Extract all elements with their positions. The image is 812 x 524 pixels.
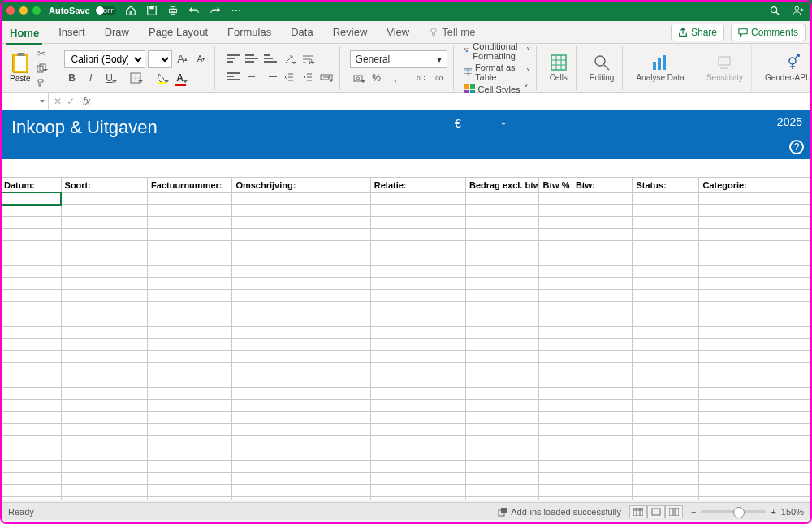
cell[interactable]: [633, 351, 699, 363]
cell[interactable]: [572, 351, 633, 363]
cell[interactable]: [232, 461, 370, 473]
cell[interactable]: [633, 424, 699, 436]
cell[interactable]: [633, 485, 699, 497]
cell[interactable]: [148, 266, 232, 278]
cell[interactable]: [572, 229, 633, 241]
cell[interactable]: [572, 314, 633, 327]
cell[interactable]: [699, 351, 812, 363]
cell[interactable]: [572, 290, 633, 302]
cell[interactable]: [61, 266, 148, 278]
cell[interactable]: [633, 473, 699, 485]
cut-icon[interactable]: ✂: [34, 47, 49, 60]
align-center-icon[interactable]: [244, 69, 260, 85]
cell[interactable]: [539, 327, 572, 339]
cell[interactable]: [370, 436, 465, 448]
cell[interactable]: [1, 375, 62, 388]
cell[interactable]: [633, 388, 699, 400]
cell[interactable]: [232, 388, 370, 400]
cell[interactable]: [232, 229, 370, 241]
cell[interactable]: [61, 436, 148, 448]
cell[interactable]: [572, 302, 633, 314]
tab-insert[interactable]: Insert: [55, 23, 89, 41]
cell[interactable]: [1, 424, 62, 436]
cell[interactable]: [633, 217, 699, 229]
cell[interactable]: [465, 253, 539, 266]
font-size-select[interactable]: 12: [148, 50, 172, 68]
cell[interactable]: [148, 241, 232, 253]
name-box[interactable]: [0, 93, 49, 110]
cell[interactable]: [539, 193, 572, 205]
cell[interactable]: [465, 193, 539, 205]
cell[interactable]: [539, 314, 572, 327]
cell[interactable]: [699, 339, 812, 351]
fill-color-button[interactable]: [153, 70, 170, 86]
cell[interactable]: [633, 241, 699, 253]
save-icon[interactable]: [145, 4, 158, 17]
tab-formulas[interactable]: Formulas: [224, 23, 274, 41]
cell[interactable]: [465, 412, 539, 424]
cell[interactable]: [1, 448, 62, 461]
cell[interactable]: [148, 497, 232, 501]
cell[interactable]: [148, 461, 232, 473]
cell[interactable]: [232, 473, 370, 485]
cell[interactable]: [370, 314, 465, 327]
cell[interactable]: [699, 424, 812, 436]
cell[interactable]: [370, 448, 465, 461]
cell[interactable]: [370, 375, 465, 388]
indent-icon[interactable]: [300, 69, 316, 85]
cell[interactable]: [232, 266, 370, 278]
cell[interactable]: [572, 327, 633, 339]
cell[interactable]: [232, 448, 370, 461]
column-header[interactable]: Soort:: [61, 178, 148, 193]
cell[interactable]: [1, 217, 62, 229]
cell[interactable]: [1, 351, 62, 363]
cell[interactable]: [148, 363, 232, 375]
cell[interactable]: [148, 339, 232, 351]
cell[interactable]: [1, 485, 62, 497]
cell[interactable]: [465, 461, 539, 473]
home-icon[interactable]: [124, 4, 137, 17]
cell[interactable]: [148, 314, 232, 327]
cell[interactable]: [572, 448, 633, 461]
cell[interactable]: [232, 217, 370, 229]
cell[interactable]: [572, 473, 633, 485]
cell[interactable]: [539, 400, 572, 412]
cell[interactable]: [61, 485, 148, 497]
fx-icon[interactable]: fx: [80, 96, 93, 107]
cell[interactable]: [633, 400, 699, 412]
cell[interactable]: [633, 363, 699, 375]
cell[interactable]: [1, 266, 62, 278]
maximize-window-icon[interactable]: [32, 6, 41, 15]
align-left-icon[interactable]: [225, 69, 241, 85]
cell[interactable]: [633, 412, 699, 424]
tab-review[interactable]: Review: [330, 23, 371, 41]
cell[interactable]: [539, 205, 572, 217]
cell[interactable]: [148, 351, 232, 363]
cell[interactable]: [699, 205, 812, 217]
cell[interactable]: [539, 485, 572, 497]
cell[interactable]: [633, 229, 699, 241]
cell[interactable]: [465, 339, 539, 351]
cell[interactable]: [539, 388, 572, 400]
cell[interactable]: [232, 290, 370, 302]
cell[interactable]: [1, 461, 62, 473]
cell[interactable]: [633, 314, 699, 327]
cell[interactable]: [232, 253, 370, 266]
cell[interactable]: [465, 290, 539, 302]
cell[interactable]: [572, 461, 633, 473]
share-people-icon[interactable]: [793, 4, 806, 17]
normal-view-icon[interactable]: [629, 505, 647, 518]
cell[interactable]: [1, 339, 62, 351]
font-name-select[interactable]: Calibri (Body): [64, 50, 145, 68]
cell[interactable]: [699, 327, 812, 339]
cell[interactable]: [370, 485, 465, 497]
cell[interactable]: [370, 497, 465, 501]
cell[interactable]: [148, 193, 232, 205]
column-header[interactable]: Bedrag excl. btw:: [465, 178, 539, 193]
cell[interactable]: [1, 497, 62, 501]
print-icon[interactable]: [166, 4, 179, 17]
cell[interactable]: [232, 351, 370, 363]
cell[interactable]: [572, 363, 633, 375]
cell[interactable]: [465, 314, 539, 327]
cell[interactable]: [539, 436, 572, 448]
